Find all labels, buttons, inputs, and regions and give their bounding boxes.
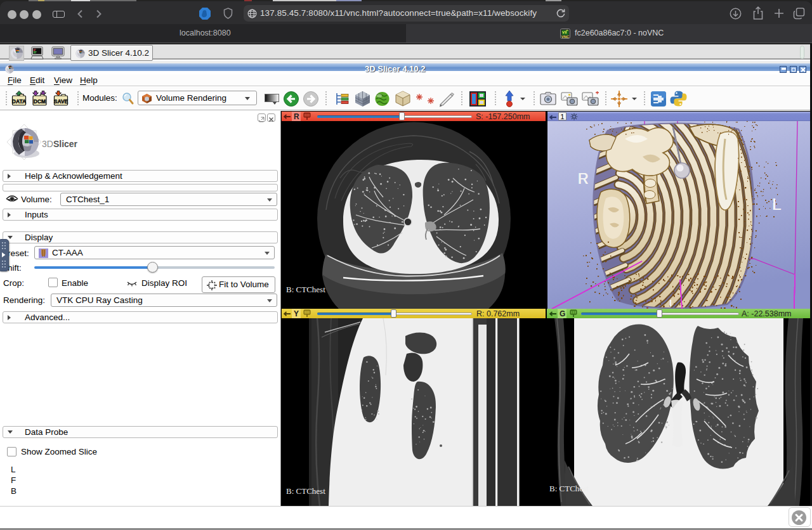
svg-text:DATA: DATA (12, 98, 26, 105)
svg-text:VNC: VNC (561, 34, 570, 38)
svg-text:B: CTChest: B: CTChest (549, 484, 589, 493)
svg-text:L: L (772, 195, 781, 214)
svg-text:SAVE: SAVE (54, 98, 69, 105)
svg-text:I: I (669, 297, 672, 308)
svg-text:B: CTChest: B: CTChest (286, 486, 325, 496)
svg-text:B: CTChest: B: CTChest (286, 285, 325, 294)
svg-text:R: R (578, 171, 589, 187)
svg-text:DCM: DCM (34, 98, 46, 105)
